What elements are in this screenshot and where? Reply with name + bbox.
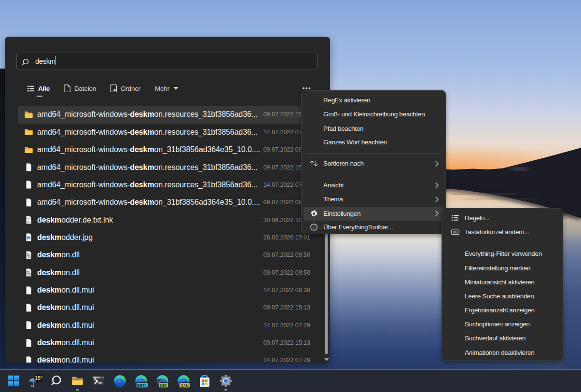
svg-text:CAN: CAN: [180, 383, 188, 388]
svg-text:DEV: DEV: [160, 383, 167, 388]
svg-text:15°: 15°: [35, 375, 42, 381]
svg-text:BETA: BETA: [138, 383, 147, 388]
